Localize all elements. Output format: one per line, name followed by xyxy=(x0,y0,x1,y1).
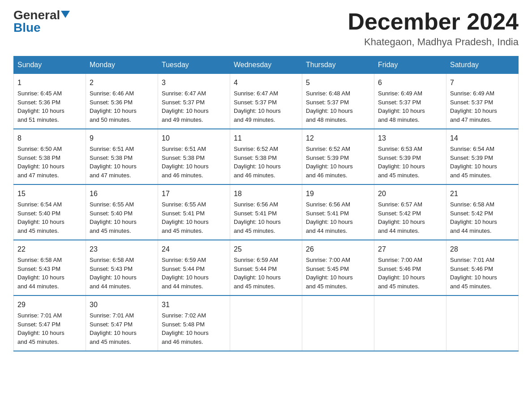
day-info: Sunrise: 6:57 AMSunset: 5:42 PMDaylight:… xyxy=(378,201,425,234)
day-info: Sunrise: 6:48 AMSunset: 5:37 PMDaylight:… xyxy=(306,90,353,123)
day-info: Sunrise: 6:45 AMSunset: 5:36 PMDaylight:… xyxy=(17,90,64,123)
header-monday: Monday xyxy=(86,56,158,74)
day-info: Sunrise: 6:58 AMSunset: 5:43 PMDaylight:… xyxy=(90,257,137,290)
day-info: Sunrise: 6:51 AMSunset: 5:38 PMDaylight:… xyxy=(162,146,209,179)
day-info: Sunrise: 6:51 AMSunset: 5:38 PMDaylight:… xyxy=(90,146,137,179)
day-number: 6 xyxy=(378,77,442,88)
logo-triangle-icon xyxy=(61,11,70,18)
header-thursday: Thursday xyxy=(302,56,374,74)
header-wednesday: Wednesday xyxy=(230,56,302,74)
day-cell: 27Sunrise: 7:00 AMSunset: 5:46 PMDayligh… xyxy=(374,240,446,295)
day-number: 1 xyxy=(17,77,82,88)
week-row-4: 22Sunrise: 6:58 AMSunset: 5:43 PMDayligh… xyxy=(14,240,519,295)
week-row-1: 1Sunrise: 6:45 AMSunset: 5:36 PMDaylight… xyxy=(14,74,519,129)
day-cell: 19Sunrise: 6:56 AMSunset: 5:41 PMDayligh… xyxy=(302,184,374,240)
day-info: Sunrise: 6:59 AMSunset: 5:44 PMDaylight:… xyxy=(234,257,281,290)
day-number: 3 xyxy=(162,77,226,88)
day-cell: 25Sunrise: 6:59 AMSunset: 5:44 PMDayligh… xyxy=(230,240,302,295)
day-cell: 28Sunrise: 7:01 AMSunset: 5:46 PMDayligh… xyxy=(446,240,519,295)
day-cell: 2Sunrise: 6:46 AMSunset: 5:36 PMDaylight… xyxy=(86,74,158,129)
day-cell: 20Sunrise: 6:57 AMSunset: 5:42 PMDayligh… xyxy=(374,184,446,240)
day-cell: 10Sunrise: 6:51 AMSunset: 5:38 PMDayligh… xyxy=(158,129,230,184)
logo-general-text: General xyxy=(13,9,60,21)
day-number: 28 xyxy=(450,244,515,255)
day-cell: 13Sunrise: 6:53 AMSunset: 5:39 PMDayligh… xyxy=(374,129,446,184)
day-cell: 24Sunrise: 6:59 AMSunset: 5:44 PMDayligh… xyxy=(158,240,230,295)
week-row-3: 15Sunrise: 6:54 AMSunset: 5:40 PMDayligh… xyxy=(14,184,519,240)
day-number: 13 xyxy=(378,133,442,144)
week-row-5: 29Sunrise: 7:01 AMSunset: 5:47 PMDayligh… xyxy=(14,295,519,351)
day-number: 10 xyxy=(162,133,226,144)
header-saturday: Saturday xyxy=(446,56,519,74)
logo-blue-text: Blue xyxy=(13,21,41,34)
day-number: 12 xyxy=(306,133,370,144)
day-cell: 1Sunrise: 6:45 AMSunset: 5:36 PMDaylight… xyxy=(14,74,86,129)
week-row-2: 8Sunrise: 6:50 AMSunset: 5:38 PMDaylight… xyxy=(14,129,519,184)
day-number: 8 xyxy=(17,133,82,144)
day-cell: 4Sunrise: 6:47 AMSunset: 5:37 PMDaylight… xyxy=(230,74,302,129)
day-info: Sunrise: 6:49 AMSunset: 5:37 PMDaylight:… xyxy=(450,90,497,123)
header-tuesday: Tuesday xyxy=(158,56,230,74)
day-info: Sunrise: 6:47 AMSunset: 5:37 PMDaylight:… xyxy=(234,90,281,123)
day-number: 21 xyxy=(450,188,515,199)
day-cell: 6Sunrise: 6:49 AMSunset: 5:37 PMDaylight… xyxy=(374,74,446,129)
day-number: 15 xyxy=(17,188,82,199)
day-cell: 5Sunrise: 6:48 AMSunset: 5:37 PMDaylight… xyxy=(302,74,374,129)
day-cell: 18Sunrise: 6:56 AMSunset: 5:41 PMDayligh… xyxy=(230,184,302,240)
day-cell xyxy=(302,295,374,351)
day-info: Sunrise: 6:46 AMSunset: 5:36 PMDaylight:… xyxy=(90,90,137,123)
day-info: Sunrise: 6:56 AMSunset: 5:41 PMDaylight:… xyxy=(306,201,353,234)
day-cell: 16Sunrise: 6:55 AMSunset: 5:40 PMDayligh… xyxy=(86,184,158,240)
day-cell xyxy=(446,295,519,351)
day-number: 24 xyxy=(162,244,226,255)
day-cell: 22Sunrise: 6:58 AMSunset: 5:43 PMDayligh… xyxy=(14,240,86,295)
day-number: 20 xyxy=(378,188,442,199)
day-info: Sunrise: 6:53 AMSunset: 5:39 PMDaylight:… xyxy=(378,146,425,179)
day-info: Sunrise: 7:01 AMSunset: 5:47 PMDaylight:… xyxy=(17,312,64,345)
day-cell: 31Sunrise: 7:02 AMSunset: 5:48 PMDayligh… xyxy=(158,295,230,351)
day-number: 22 xyxy=(17,244,82,255)
day-info: Sunrise: 6:54 AMSunset: 5:39 PMDaylight:… xyxy=(450,146,497,179)
day-number: 17 xyxy=(162,188,226,199)
calendar-table: SundayMondayTuesdayWednesdayThursdayFrid… xyxy=(13,56,519,351)
day-info: Sunrise: 6:54 AMSunset: 5:40 PMDaylight:… xyxy=(17,201,64,234)
day-info: Sunrise: 6:58 AMSunset: 5:42 PMDaylight:… xyxy=(450,201,497,234)
day-cell: 7Sunrise: 6:49 AMSunset: 5:37 PMDaylight… xyxy=(446,74,519,129)
day-cell: 12Sunrise: 6:52 AMSunset: 5:39 PMDayligh… xyxy=(302,129,374,184)
day-info: Sunrise: 6:59 AMSunset: 5:44 PMDaylight:… xyxy=(162,257,209,290)
day-info: Sunrise: 7:02 AMSunset: 5:48 PMDaylight:… xyxy=(162,312,209,345)
day-info: Sunrise: 6:47 AMSunset: 5:37 PMDaylight:… xyxy=(162,90,209,123)
page-header: General Blue December 2024 Khategaon, Ma… xyxy=(13,9,519,48)
day-number: 27 xyxy=(378,244,442,255)
day-info: Sunrise: 6:52 AMSunset: 5:39 PMDaylight:… xyxy=(306,146,353,179)
day-number: 14 xyxy=(450,133,515,144)
day-number: 4 xyxy=(234,77,298,88)
day-number: 29 xyxy=(17,300,82,310)
day-number: 23 xyxy=(90,244,154,255)
day-info: Sunrise: 6:55 AMSunset: 5:41 PMDaylight:… xyxy=(162,201,209,234)
day-cell: 15Sunrise: 6:54 AMSunset: 5:40 PMDayligh… xyxy=(14,184,86,240)
day-number: 31 xyxy=(162,300,226,310)
location-text: Khategaon, Madhya Pradesh, India xyxy=(348,36,519,48)
day-number: 30 xyxy=(90,300,154,310)
day-cell: 30Sunrise: 7:01 AMSunset: 5:47 PMDayligh… xyxy=(86,295,158,351)
day-cell xyxy=(230,295,302,351)
day-info: Sunrise: 6:50 AMSunset: 5:38 PMDaylight:… xyxy=(17,146,64,179)
day-info: Sunrise: 6:55 AMSunset: 5:40 PMDaylight:… xyxy=(90,201,137,234)
day-cell xyxy=(374,295,446,351)
day-cell: 3Sunrise: 6:47 AMSunset: 5:37 PMDaylight… xyxy=(158,74,230,129)
day-cell: 8Sunrise: 6:50 AMSunset: 5:38 PMDaylight… xyxy=(14,129,86,184)
header-friday: Friday xyxy=(374,56,446,74)
day-info: Sunrise: 7:01 AMSunset: 5:47 PMDaylight:… xyxy=(90,312,137,345)
header-sunday: Sunday xyxy=(14,56,86,74)
day-number: 7 xyxy=(450,77,515,88)
day-cell: 29Sunrise: 7:01 AMSunset: 5:47 PMDayligh… xyxy=(14,295,86,351)
day-cell: 26Sunrise: 7:00 AMSunset: 5:45 PMDayligh… xyxy=(302,240,374,295)
day-number: 19 xyxy=(306,188,370,199)
day-info: Sunrise: 7:01 AMSunset: 5:46 PMDaylight:… xyxy=(450,257,497,290)
day-number: 18 xyxy=(234,188,298,199)
day-info: Sunrise: 7:00 AMSunset: 5:45 PMDaylight:… xyxy=(306,257,353,290)
logo: General Blue xyxy=(13,9,70,34)
day-cell: 21Sunrise: 6:58 AMSunset: 5:42 PMDayligh… xyxy=(446,184,519,240)
month-title: December 2024 xyxy=(348,9,519,34)
